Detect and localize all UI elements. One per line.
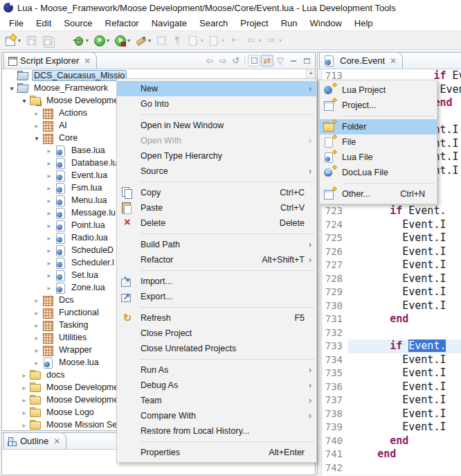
code-text[interactable]: Event.I xyxy=(348,380,461,394)
menu-item-team[interactable]: Team› xyxy=(117,393,316,408)
menubar-item-navigate[interactable]: Navigate xyxy=(145,17,193,30)
code-text[interactable]: end xyxy=(348,448,461,461)
dropdown-arrow-icon[interactable]: ▾ xyxy=(148,37,151,44)
code-text[interactable]: if Event. xyxy=(348,340,461,353)
menubar-item-edit[interactable]: Edit xyxy=(30,17,57,30)
chevron-collapsed-icon[interactable]: ▸ xyxy=(19,409,30,416)
chevron-collapsed-icon[interactable]: ▸ xyxy=(31,109,42,117)
code-line-734[interactable]: 734 Event.I xyxy=(318,353,461,367)
chevron-collapsed-icon[interactable]: ▸ xyxy=(31,346,42,354)
code-line-743[interactable]: 743 if Event.ta xyxy=(318,475,461,475)
chevron-collapsed-icon[interactable]: ▸ xyxy=(44,197,55,204)
chevron-collapsed-icon[interactable]: ▸ xyxy=(44,272,55,279)
show-whitespace-button[interactable]: ¶ xyxy=(170,33,185,47)
code-line-742[interactable]: 742 xyxy=(318,461,461,475)
chevron-collapsed-icon[interactable]: ▸ xyxy=(31,334,42,342)
menu-item-source[interactable]: Source› xyxy=(117,164,316,179)
code-text[interactable]: Event.I xyxy=(348,299,461,313)
maximize-icon[interactable] xyxy=(300,55,313,67)
dropdown-arrow-icon[interactable]: ▾ xyxy=(86,37,89,44)
show-working-sets-icon[interactable] xyxy=(248,55,260,67)
menu-item-open-in-new-window[interactable]: Open in New Window xyxy=(117,118,316,133)
last-edit-location-button[interactable]: ⇠ xyxy=(227,33,242,47)
chevron-collapsed-icon[interactable]: ▸ xyxy=(44,247,55,254)
code-line-732[interactable]: 732 xyxy=(318,326,461,340)
dropdown-arrow-icon[interactable]: ▾ xyxy=(127,37,130,44)
menu-item-properties[interactable]: PropertiesAlt+Enter xyxy=(117,445,316,460)
code-text[interactable]: Event.I xyxy=(348,394,461,407)
line-number[interactable]: 730 xyxy=(322,299,348,313)
code-text[interactable]: Event.I xyxy=(348,285,461,299)
line-number[interactable]: 733 xyxy=(322,340,348,353)
code-text[interactable]: Event.I xyxy=(348,407,461,421)
back-button[interactable]: ⇦▾ xyxy=(243,33,263,47)
mark-occurrences-button[interactable] xyxy=(154,33,169,47)
code-line-731[interactable]: 731 end xyxy=(318,312,461,326)
code-line-725[interactable]: 725 Event.I xyxy=(318,231,461,245)
menu-item-delete[interactable]: ×DeleteDelete xyxy=(117,215,316,231)
line-number[interactable]: 735 xyxy=(322,367,348,380)
forward-icon[interactable]: ⇨ xyxy=(217,55,229,67)
code-line-741[interactable]: 741 end xyxy=(318,448,461,461)
line-number[interactable]: 731 xyxy=(322,312,348,326)
code-line-739[interactable]: 739 Event.I xyxy=(318,421,461,434)
line-number[interactable]: 724 xyxy=(322,218,348,232)
line-number[interactable]: 739 xyxy=(322,421,348,434)
menu-item-close-project[interactable]: Close Project xyxy=(117,326,316,341)
line-number[interactable]: 729 xyxy=(322,285,348,299)
menu-item-lua-project[interactable]: Lua Project xyxy=(320,82,437,98)
code-text[interactable]: Event.I xyxy=(348,218,461,232)
scroll-up-icon[interactable]: ▴ xyxy=(309,69,312,76)
code-text[interactable]: if Event.ta xyxy=(348,475,461,475)
menubar-item-refactor[interactable]: Refactor xyxy=(99,17,145,30)
menu-item-close-unrelated-projects[interactable]: Close Unrelated Projects xyxy=(117,341,316,356)
code-text[interactable]: Event.I xyxy=(348,258,461,272)
chevron-expanded-icon[interactable]: ▾ xyxy=(6,85,17,92)
line-number[interactable]: 741 xyxy=(322,448,348,461)
chevron-expanded-icon[interactable]: ▾ xyxy=(19,97,30,105)
view-menu-icon[interactable]: ▽ xyxy=(274,55,287,67)
menu-item-go-into[interactable]: Go Into xyxy=(117,96,316,112)
dropdown-arrow-icon[interactable]: ▾ xyxy=(222,37,224,44)
code-line-737[interactable]: 737 Event.I xyxy=(318,394,461,407)
line-number[interactable]: 743 xyxy=(322,475,348,475)
chevron-collapsed-icon[interactable]: ▸ xyxy=(31,359,42,367)
code-line-729[interactable]: 729 Event.I xyxy=(318,285,461,299)
line-number[interactable]: 723 xyxy=(322,204,348,218)
dropdown-arrow-icon[interactable]: ▾ xyxy=(201,37,204,44)
menu-item-folder[interactable]: Folder xyxy=(320,119,437,134)
line-number[interactable]: 734 xyxy=(322,353,348,367)
chevron-collapsed-icon[interactable]: ▸ xyxy=(44,172,55,179)
code-text[interactable]: end xyxy=(348,312,461,326)
save-button[interactable] xyxy=(24,33,39,47)
menubar-item-search[interactable]: Search xyxy=(193,17,234,30)
code-text[interactable]: Event.I xyxy=(348,231,461,245)
menu-item-export[interactable]: Export... xyxy=(117,289,316,304)
save-all-button[interactable] xyxy=(39,33,55,47)
menu-item-copy[interactable]: CopyCtrl+C xyxy=(117,185,316,200)
line-number[interactable]: 725 xyxy=(322,231,348,245)
code-text[interactable] xyxy=(348,461,461,475)
menu-item-project[interactable]: Project... xyxy=(320,98,437,113)
chevron-collapsed-icon[interactable]: ▸ xyxy=(44,184,55,192)
line-number[interactable]: 728 xyxy=(322,272,348,286)
menu-item-build-path[interactable]: Build Path› xyxy=(117,237,316,252)
tab-script-explorer[interactable]: Script Explorer ✕ xyxy=(3,52,97,69)
menu-item-open-with[interactable]: Open With› xyxy=(117,133,316,148)
menu-item-refactor[interactable]: RefactorAlt+Shift+T› xyxy=(117,252,316,267)
code-line-735[interactable]: 735 Event.I xyxy=(318,367,461,380)
menu-item-open-type-hierarchy[interactable]: Open Type Hierarchy xyxy=(117,148,316,164)
dropdown-arrow-icon[interactable]: ▾ xyxy=(258,37,261,44)
dropdown-arrow-icon[interactable]: ▾ xyxy=(107,37,109,44)
run-history-button[interactable]: ▾ xyxy=(112,33,132,47)
close-icon[interactable]: ✕ xyxy=(82,56,92,66)
chevron-collapsed-icon[interactable]: ▸ xyxy=(44,159,55,167)
dropdown-arrow-icon[interactable]: ▾ xyxy=(279,37,282,44)
menu-item-new[interactable]: New› xyxy=(117,81,316,96)
menubar-item-file[interactable]: File xyxy=(3,17,30,30)
next-annotation-button[interactable]: ↓▾ xyxy=(186,33,206,47)
menubar-item-run[interactable]: Run xyxy=(275,17,304,30)
external-tools-button[interactable]: ▾ xyxy=(133,33,153,47)
close-icon[interactable]: ✕ xyxy=(52,437,62,446)
minimize-icon[interactable] xyxy=(287,55,300,67)
